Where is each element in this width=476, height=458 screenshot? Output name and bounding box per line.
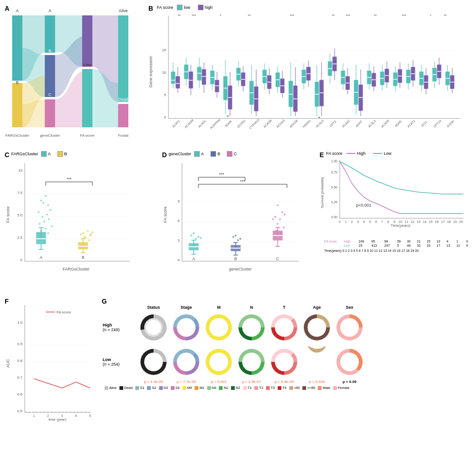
leg-t1: T1 (243, 386, 252, 390)
panel-c: C FARGsCluster A B 0 2.5 5.0 7.5 (4, 150, 157, 295)
leg-t3: T3 (266, 386, 275, 390)
svg-text:ACAT1: ACAT1 (171, 119, 181, 128)
pval-sex: p = 0.09 (334, 380, 365, 384)
d-legend-a: A (194, 151, 204, 157)
svg-text:0.7: 0.7 (17, 375, 23, 380)
leg-t2: T2 (254, 386, 263, 390)
donut-high-stage (170, 312, 202, 343)
svg-text:ACADB: ACADB (263, 119, 273, 129)
svg-text:***: *** (402, 14, 406, 18)
low-label-cell-1 (323, 244, 342, 247)
svg-text:5.0: 5.0 (17, 213, 23, 217)
low-count-48: 48 (406, 244, 415, 247)
col3-label: FA score (80, 133, 95, 138)
table-header-row: FA score High 249 85 98 59 30 21 15 10 4… (323, 240, 471, 243)
donut-low-stage (170, 346, 202, 378)
svg-text:**: ** (444, 14, 447, 18)
svg-rect-39 (202, 69, 206, 84)
svg-text:1.00: 1.00 (331, 160, 337, 163)
donut-low-status (138, 346, 169, 378)
svg-text:**: ** (332, 14, 335, 18)
svg-point-197 (38, 211, 40, 213)
svg-point-193 (40, 200, 42, 201)
low-count-11: 11 (455, 244, 464, 247)
svg-text:ALDH3A2: ALDH3A2 (209, 118, 221, 130)
svg-text:0.5: 0.5 (17, 409, 23, 413)
g-low-label: Low(n = 254) (103, 357, 138, 367)
e-legend-low-text: Low (384, 151, 392, 156)
d-legend-b-text: B (217, 152, 220, 156)
svg-point-220 (88, 239, 90, 241)
donut-low-age (301, 346, 333, 378)
svg-text:CPT2: CPT2 (329, 119, 337, 127)
svg-text:13: 13 (417, 220, 420, 223)
svg-point-253 (200, 237, 202, 239)
pval-age: p = 0.016 (301, 380, 333, 384)
high-count-249: 249 (358, 240, 370, 243)
svg-text:***: *** (192, 14, 196, 18)
svg-text:14: 14 (423, 220, 427, 223)
alluvial-col2-b (45, 55, 55, 97)
svg-point-263 (232, 236, 234, 238)
svg-text:B: B (82, 255, 84, 260)
svg-text:**: ** (374, 14, 377, 18)
svg-text:10: 10 (18, 168, 22, 173)
svg-point-348 (277, 320, 292, 335)
svg-text:CPT1A: CPT1A (433, 119, 442, 128)
leg-m1: M1 (195, 386, 204, 390)
high-count-10: 10 (436, 240, 445, 243)
d-legend-a-text: A (201, 152, 204, 156)
svg-point-272 (277, 204, 279, 206)
svg-text:***: *** (67, 177, 72, 181)
low-survival-curve (340, 161, 463, 194)
svg-point-249 (193, 232, 195, 234)
donut-low-t (268, 346, 300, 378)
svg-text:0.9: 0.9 (17, 342, 23, 346)
svg-point-250 (197, 236, 199, 238)
svg-text:C: C (276, 257, 280, 261)
legend-high-text: high (205, 5, 213, 10)
svg-text:ACAD5: ACAD5 (380, 119, 390, 129)
cluster-b-boxplot: B (78, 230, 93, 260)
svg-point-356 (309, 354, 324, 369)
panel-g-content: Status Stage M N T Age Sex High(n = 249) (101, 303, 472, 392)
svg-point-252 (195, 238, 197, 240)
boxplot-aldh3a2: ALDH3A2 (209, 65, 221, 130)
svg-text:ACSL5: ACSL5 (367, 119, 377, 128)
low-label-cell: Low (343, 244, 357, 247)
svg-text:0.50: 0.50 (331, 186, 337, 189)
svg-text:0.75: 0.75 (331, 171, 337, 174)
leg-n0: N0 (207, 386, 217, 390)
col1-b-text: B (16, 80, 19, 85)
donut-low-m (203, 346, 235, 378)
high-count-85: 85 (371, 240, 382, 243)
leg-female: Female (333, 386, 350, 390)
high-label-cell: High (343, 240, 357, 243)
svg-text:18: 18 (447, 220, 451, 223)
svg-text:1: 1 (33, 414, 35, 417)
panel-d-legend: geneCluster A B C (168, 151, 240, 157)
svg-text:***: *** (240, 179, 245, 184)
svg-text:7.5: 7.5 (17, 191, 23, 195)
e-fascore-label: FA score (326, 151, 343, 156)
svg-point-201 (43, 221, 45, 222)
high-count-0a: 0 (465, 240, 471, 243)
svg-text:ADH1B: ADH1B (289, 119, 298, 128)
svg-point-105 (318, 117, 320, 118)
svg-text:1: 1 (345, 220, 347, 223)
svg-point-204 (45, 228, 47, 229)
svg-text:ACADM: ACADM (184, 118, 194, 129)
donut-high-sex (334, 312, 365, 343)
boxplot-adh7: ADH7 (354, 65, 363, 128)
leg-n2: N2 (231, 386, 240, 390)
panel-b-label: B (148, 5, 153, 12)
svg-text:***: *** (219, 172, 224, 177)
e-legend-high: High (346, 151, 366, 156)
g-high-donuts (138, 312, 365, 343)
panel-g-label: G (102, 298, 107, 305)
panel-d: D geneCluster A B C 0 (161, 150, 315, 295)
svg-text:Survival probability: Survival probability (320, 177, 324, 208)
g-col-status: Status (138, 305, 169, 310)
donut-low-n (236, 346, 267, 378)
col2-a-text: A (49, 8, 51, 13)
